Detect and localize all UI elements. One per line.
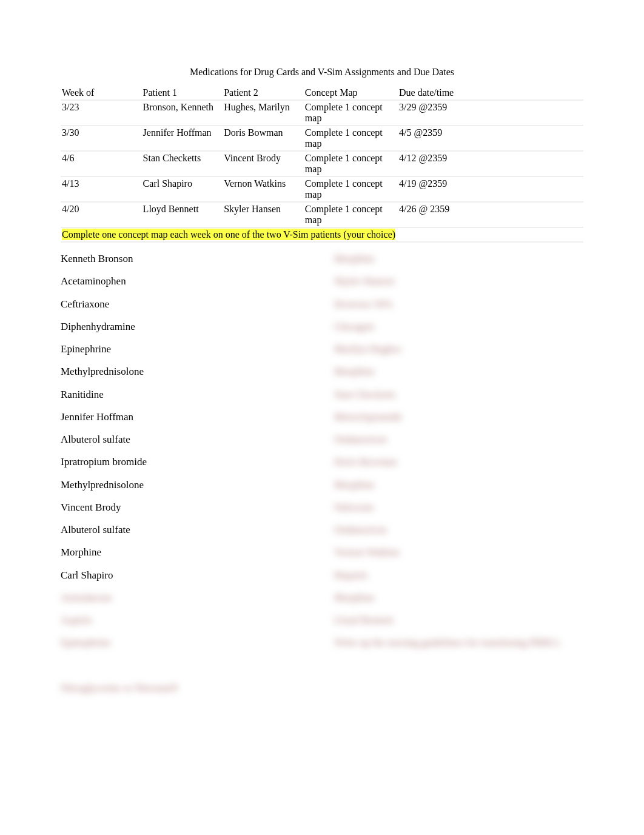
med-columns: Kenneth BronsonAcetaminophenCeftriaxoneD… — [61, 252, 583, 704]
schedule-table: Week of Patient 1 Patient 2 Concept Map … — [61, 86, 583, 243]
list-item: Ceftriaxone — [61, 298, 310, 310]
cell-p2: Vincent Brody — [223, 151, 304, 176]
th-patient1: Patient 1 — [142, 86, 223, 100]
right-column: MorphineSkyler HansenDextrose 50%Glucago… — [334, 252, 583, 704]
list-item: Lloyd Bennett — [334, 614, 583, 626]
list-item: Morphine — [334, 365, 583, 378]
cell-p2: Hughes, Marilyn — [223, 100, 304, 126]
cell-week: 4/20 — [61, 202, 142, 227]
list-item: Write up the nursing guidelines for tran… — [334, 636, 583, 649]
table-row: 3/30 Jennifer Hoffman Doris Bowman Compl… — [61, 126, 583, 151]
cell-cmap: Complete 1 concept map — [304, 151, 398, 176]
th-concept-map: Concept Map — [304, 86, 398, 100]
table-row: 4/20 Lloyd Bennett Skyler Hansen Complet… — [61, 202, 583, 227]
list-item — [61, 659, 310, 672]
list-item: Methylprednisolone — [61, 365, 310, 378]
list-item: Albuterol sulfate — [61, 433, 310, 446]
list-item: Methylprednisolone — [61, 478, 310, 491]
table-row: 4/6 Stan Checketts Vincent Brody Complet… — [61, 151, 583, 176]
list-item: Kenneth Bronson — [61, 252, 310, 265]
table-row: 4/13 Carl Shapiro Vernon Watkins Complet… — [61, 176, 583, 202]
cell-due: 4/26 @ 2359 — [398, 202, 583, 227]
list-item: Ondansetron — [334, 523, 583, 536]
list-item: Acetaminophen — [61, 275, 310, 287]
document-page: Medications for Drug Cards and V-Sim Ass… — [0, 0, 644, 740]
table-row: 3/23 Bronson, Kenneth Hughes, Marilyn Co… — [61, 100, 583, 126]
th-week: Week of — [61, 86, 142, 100]
cell-cmap: Complete 1 concept map — [304, 176, 398, 202]
cell-due: 4/12 @2359 — [398, 151, 583, 176]
cell-p2: Vernon Watkins — [223, 176, 304, 202]
list-item: Aspirin — [61, 614, 310, 626]
list-item: Ranitidine — [61, 388, 310, 401]
cell-week: 3/30 — [61, 126, 142, 151]
list-item: Vernon Watkins — [334, 546, 583, 558]
left-column: Kenneth BronsonAcetaminophenCeftriaxoneD… — [61, 252, 310, 704]
cell-cmap: Complete 1 concept map — [304, 202, 398, 227]
cell-due: 3/29 @2359 — [398, 100, 583, 126]
list-item: Heparin — [334, 569, 583, 582]
cell-p1: Jennifer Hoffman — [142, 126, 223, 151]
list-item: Albuterol sulfate — [61, 523, 310, 536]
table-header-row: Week of Patient 1 Patient 2 Concept Map … — [61, 86, 583, 100]
cell-p1: Lloyd Bennett — [142, 202, 223, 227]
th-due: Due date/time — [398, 86, 583, 100]
list-item: Glucagon — [334, 320, 583, 333]
list-item: Nitroglycerine or Nitrostat® — [61, 682, 310, 694]
note-row: Complete one concept map each week on on… — [61, 227, 583, 242]
list-item: Jennifer Hoffman — [61, 411, 310, 423]
list-item: Epinephrine — [61, 343, 310, 355]
cell-cmap: Complete 1 concept map — [304, 100, 398, 126]
cell-p2: Doris Bowman — [223, 126, 304, 151]
list-item: Carl Shapiro — [61, 569, 310, 582]
list-item: Skyler Hansen — [334, 275, 583, 287]
cell-p2: Skyler Hansen — [223, 202, 304, 227]
cell-p1: Carl Shapiro — [142, 176, 223, 202]
list-item: Epinephrine — [61, 636, 310, 649]
list-item: Stan Checketts — [334, 388, 583, 401]
cell-week: 4/6 — [61, 151, 142, 176]
cell-p1: Stan Checketts — [142, 151, 223, 176]
list-item: Morphine — [61, 546, 310, 558]
list-item: Morphine — [334, 591, 583, 604]
th-patient2: Patient 2 — [223, 86, 304, 100]
list-item: Ondansetron — [334, 433, 583, 446]
highlighted-note: Complete one concept map each week on on… — [62, 229, 395, 240]
list-item: Marilyn Hughes — [334, 343, 583, 355]
list-item: Diphenhydramine — [61, 320, 310, 333]
list-item: Metoclopramide — [334, 411, 583, 423]
list-item: Morphine — [334, 478, 583, 491]
list-item: Dextrose 50% — [334, 298, 583, 310]
list-item: Naloxone — [334, 501, 583, 514]
cell-p1: Bronson, Kenneth — [142, 100, 223, 126]
list-item: Amiodarone — [61, 591, 310, 604]
list-item: Morphine — [334, 252, 583, 265]
list-item: Doris Bowman — [334, 455, 583, 468]
cell-week: 4/13 — [61, 176, 142, 202]
cell-cmap: Complete 1 concept map — [304, 126, 398, 151]
doc-title: Medications for Drug Cards and V-Sim Ass… — [61, 67, 583, 78]
cell-due: 4/19 @2359 — [398, 176, 583, 202]
cell-due: 4/5 @2359 — [398, 126, 583, 151]
list-item: Ipratropium bromide — [61, 455, 310, 468]
list-item: Vincent Brody — [61, 501, 310, 514]
cell-week: 3/23 — [61, 100, 142, 126]
